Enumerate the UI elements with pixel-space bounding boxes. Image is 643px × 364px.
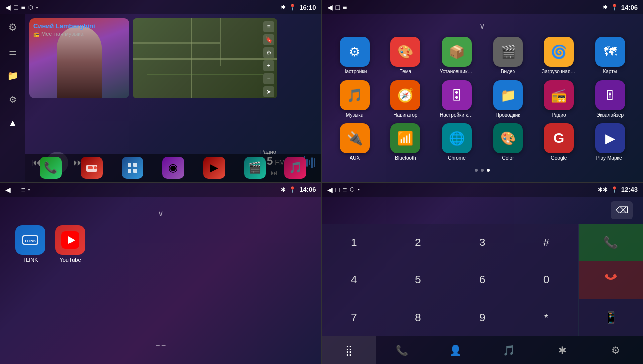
status-left-q3: ◀ □ ≡ ▪ [5,186,30,194]
app-icon-5: 🗺 [595,37,625,67]
app-item-14[interactable]: 🌐 Chrome [434,123,480,161]
sidebar-menu-icon[interactable]: ⚙ [6,19,19,35]
app-item-5[interactable]: 🗺 Карты [587,37,633,74]
dialer-tab-media[interactable]: 🎵 [482,336,535,364]
dial-key-6[interactable]: 6 [450,261,514,299]
key-label-8: 8 [415,311,421,324]
dial-key-2[interactable]: 2 [386,224,450,261]
home-icon-q4[interactable]: □ [336,186,340,194]
page-dot-0[interactable] [475,169,478,172]
map-controls[interactable]: ≡ 🔖 ⚙ + − ➤ 🔍 [263,21,274,98]
key-label-0: 0 [543,273,549,286]
sidebar-settings-icon[interactable]: ⚙ [7,92,19,107]
sidebar-equalizer-icon[interactable]: ⚌ [7,44,19,59]
dial-key-msg[interactable]: 📱 [579,299,643,337]
dialer-tab-contacts[interactable]: 👤 [429,336,482,364]
map-settings-btn[interactable]: ⚙ [263,47,274,58]
map-direction-btn[interactable]: ➤ [263,86,274,97]
app-icon-13: 📶 [390,123,420,153]
page-dot-2[interactable] [487,169,490,172]
dial-key-hangup[interactable] [579,261,643,299]
back-icon-q4[interactable]: ◀ [327,186,333,194]
menu-icon-q3[interactable]: ≡ [21,186,25,194]
key-label-5: 5 [415,273,421,286]
msg-icon: 📱 [604,311,618,324]
dock-playstore[interactable]: ▶ [203,157,225,179]
map-zoom-in-btn[interactable]: + [263,60,274,71]
app-icon-14: 🌐 [442,123,472,153]
rec-icon-q4: ▪ [358,187,360,192]
page-indicator-q3: – – [10,336,311,354]
app-item-3[interactable]: 🎬 Видео [485,37,530,74]
dock-radio[interactable] [81,157,103,179]
back-icon-q2[interactable]: ◀ [327,3,333,11]
dock-video[interactable]: 🎬 [244,157,266,179]
dial-key-0[interactable]: 0 [514,261,578,299]
app-item-16[interactable]: G Google [536,123,582,161]
chevron-down-q3[interactable]: ∨ [10,207,311,220]
app-item-1[interactable]: 🎨 Тема [383,37,428,74]
sidebar-files-icon[interactable]: 📁 [5,68,20,83]
map-bookmark-btn[interactable]: 🔖 [263,34,274,45]
page-dot-1[interactable] [481,169,484,172]
dialer-tab-bluetooth-tab[interactable]: ✱ [536,336,589,364]
media-icon: 🎵 [503,344,515,356]
app-icon-4: 🌀 [544,37,574,67]
backspace-btn[interactable]: ⌫ [611,201,633,219]
sidebar-nav-icon[interactable]: ▲ [6,116,19,130]
status-right-q3: ✱ 📍 14:06 [281,186,316,193]
app-icon-0: ⚙ [340,37,370,67]
app-item-0[interactable]: ⚙ Настройки [332,37,378,74]
dial-key-3[interactable]: 3 [450,224,514,261]
map-area[interactable]: ≡ 🔖 ⚙ + − ➤ 🔍 [133,18,277,98]
app-label-10: Радио [552,112,566,118]
q3-main-content: ∨ TLINK TLINK [0,197,321,364]
app-item-4[interactable]: 🌀 Загрузочная ани... [536,37,582,74]
menu-icon-q4[interactable]: ≡ [343,186,347,194]
dial-key-4[interactable]: 4 [322,261,386,299]
dock-apps[interactable] [122,157,143,179]
dock-phone[interactable]: 📞 [40,157,62,179]
menu-icon-q2[interactable]: ≡ [343,3,347,11]
status-left-q4: ◀ □ ≡ ⬡ ▪ [327,186,360,194]
app-item-17[interactable]: ▶ Play Маркет [587,123,633,161]
app-icon-6: 🎵 [340,80,370,110]
home-icon[interactable]: □ [14,3,18,11]
dial-key-*[interactable]: * [514,299,578,337]
tlink-app[interactable]: TLINK TLINK [15,225,45,263]
dial-key-9[interactable]: 9 [450,299,514,337]
dial-key-5[interactable]: 5 [386,261,450,299]
dial-key-1[interactable]: 1 [322,224,386,261]
key-label-*: * [544,311,549,324]
dialer-tab-call-log[interactable]: 📞 [376,336,429,364]
map-menu-btn[interactable]: ≡ [263,21,274,32]
back-icon[interactable]: ◀ [5,3,11,11]
app-item-8[interactable]: 🎛 Настройки кнол... [434,80,480,118]
dial-key-7[interactable]: 7 [322,299,386,337]
app-item-6[interactable]: 🎵 Музыка [332,80,378,118]
home-icon-q2[interactable]: □ [336,3,340,11]
dock-home[interactable]: ◉ [162,157,184,179]
dialer-tab-settings-tab[interactable]: ⚙ [589,336,643,364]
dial-key-#[interactable]: # [514,224,578,261]
app-item-13[interactable]: 📶 Bluetooth [383,123,428,161]
chevron-down-q2[interactable]: ∨ [332,19,633,33]
dial-key-8[interactable]: 8 [386,299,450,337]
dial-key-call[interactable]: 📞 [579,224,643,261]
dial-grid: 123#📞4560 789*📱 [322,224,643,337]
app-item-2[interactable]: 📦 Установщик APK [434,37,480,74]
map-zoom-out-btn[interactable]: − [263,73,274,84]
app-item-15[interactable]: 🎨 Color [485,123,530,161]
dock-music[interactable]: 🎵 [284,157,306,179]
status-time-q3: 14:06 [299,186,316,193]
dialer-tab-dialpad[interactable]: ⣿ [322,336,376,364]
app-item-11[interactable]: 🎚 Эквалайзер [587,80,633,118]
youtube-app[interactable]: YouTube [55,225,85,263]
app-item-12[interactable]: 🔌 AUX [332,123,378,161]
back-icon-q3[interactable]: ◀ [5,186,11,194]
home-icon-q3[interactable]: □ [14,186,18,194]
menu-icon[interactable]: ≡ [21,3,25,11]
app-item-9[interactable]: 📁 Проводник [485,80,530,118]
app-item-10[interactable]: 📻 Радио [536,80,582,118]
app-item-7[interactable]: 🧭 Навигатор [383,80,428,118]
